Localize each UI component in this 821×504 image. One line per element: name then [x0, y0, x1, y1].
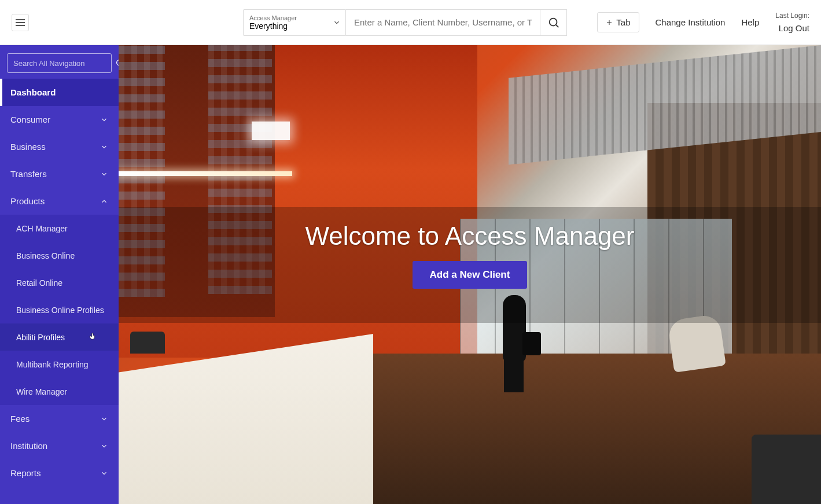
products-submenu: ACH Manager Business Online Retail Onlin…: [0, 215, 119, 405]
help-link[interactable]: Help: [741, 17, 759, 27]
sidebar-item-products[interactable]: Products: [0, 187, 119, 215]
sidebar-sub-label: Wire Manager: [16, 387, 67, 396]
chevron-up-icon: [100, 197, 108, 205]
sidebar: Dashboard Consumer Business Transfers Pr…: [0, 45, 119, 504]
sidebar-item-label: Products: [10, 196, 45, 206]
chevron-down-icon: [100, 116, 108, 124]
context-label: Access Manager: [249, 14, 340, 21]
sidebar-sub-label: ACH Manager: [16, 224, 68, 233]
sidebar-sub-wire-manager[interactable]: Wire Manager: [0, 378, 119, 405]
add-new-client-button[interactable]: Add a New Client: [413, 261, 528, 289]
sidebar-sub-label: Abiliti Profiles: [16, 333, 65, 342]
sidebar-sub-business-online[interactable]: Business Online: [0, 242, 119, 269]
log-out-link[interactable]: Log Out: [779, 23, 809, 33]
body: Dashboard Consumer Business Transfers Pr…: [0, 45, 821, 504]
header: Access Manager Everything Tab Change Ins…: [0, 0, 821, 45]
sidebar-item-label: Consumer: [10, 115, 50, 124]
global-search-input[interactable]: [346, 9, 540, 36]
sidebar-item-business[interactable]: Business: [0, 133, 119, 160]
sidebar-item-transfers[interactable]: Transfers: [0, 160, 119, 187]
sidebar-search[interactable]: [7, 53, 112, 73]
search-context-select[interactable]: Access Manager Everything: [243, 9, 346, 36]
chevron-down-icon: [100, 469, 108, 477]
context-value: Everything: [249, 21, 340, 31]
sidebar-sub-label: Business Online: [16, 251, 75, 260]
sidebar-sub-label: Retail Online: [16, 278, 62, 288]
add-tab-button[interactable]: Tab: [597, 12, 639, 32]
svg-point-0: [549, 18, 557, 25]
sidebar-sub-label: Multibank Reporting: [16, 360, 89, 369]
sidebar-item-dashboard[interactable]: Dashboard: [0, 79, 119, 106]
search-icon: [547, 16, 560, 29]
sidebar-item-fees[interactable]: Fees: [0, 405, 119, 432]
sidebar-item-label: Business: [10, 142, 46, 152]
header-right: Tab Change Institution Help Last Login: …: [597, 12, 809, 33]
plus-icon: [606, 19, 613, 26]
sidebar-item-label: Transfers: [10, 169, 47, 179]
sidebar-item-label: Institution: [10, 441, 47, 451]
hamburger-icon: [16, 19, 25, 26]
sidebar-sub-retail-online[interactable]: Retail Online: [0, 269, 119, 296]
hero-overlay: Welcome to Access Manager Add a New Clie…: [119, 45, 821, 504]
sidebar-item-consumer[interactable]: Consumer: [0, 106, 119, 133]
sidebar-sub-business-online-profiles[interactable]: Business Online Profiles: [0, 296, 119, 323]
sidebar-item-label: Fees: [10, 414, 30, 424]
hamburger-menu-button[interactable]: [12, 14, 29, 31]
chevron-down-icon: [100, 442, 108, 450]
sidebar-sub-abiliti-profiles[interactable]: Abiliti Profiles: [0, 323, 119, 351]
last-login-label: Last Login:: [775, 12, 809, 20]
sidebar-item-label: Dashboard: [10, 87, 56, 97]
login-block: Last Login: Log Out: [775, 12, 809, 33]
global-search-group: Access Manager Everything: [243, 9, 567, 36]
sidebar-item-reports[interactable]: Reports: [0, 459, 119, 487]
welcome-title: Welcome to Access Manager: [305, 222, 635, 251]
sidebar-sub-multibank-reporting[interactable]: Multibank Reporting: [0, 351, 119, 378]
sidebar-sub-ach-manager[interactable]: ACH Manager: [0, 215, 119, 242]
chevron-down-icon: [100, 415, 108, 423]
tab-button-label: Tab: [616, 17, 630, 27]
svg-line-1: [556, 25, 558, 27]
sidebar-sub-label: Business Online Profiles: [16, 306, 104, 315]
chevron-down-icon: [100, 170, 108, 178]
sidebar-search-input[interactable]: [13, 59, 111, 68]
chevron-down-icon: [333, 19, 341, 27]
main-content: Welcome to Access Manager Add a New Clie…: [119, 45, 821, 504]
chevron-down-icon: [100, 143, 108, 151]
sidebar-item-label: Reports: [10, 468, 41, 478]
global-search-button[interactable]: [540, 9, 567, 36]
cursor-hand-icon: [89, 332, 99, 341]
sidebar-item-institution[interactable]: Institution: [0, 432, 119, 459]
change-institution-link[interactable]: Change Institution: [656, 17, 726, 27]
